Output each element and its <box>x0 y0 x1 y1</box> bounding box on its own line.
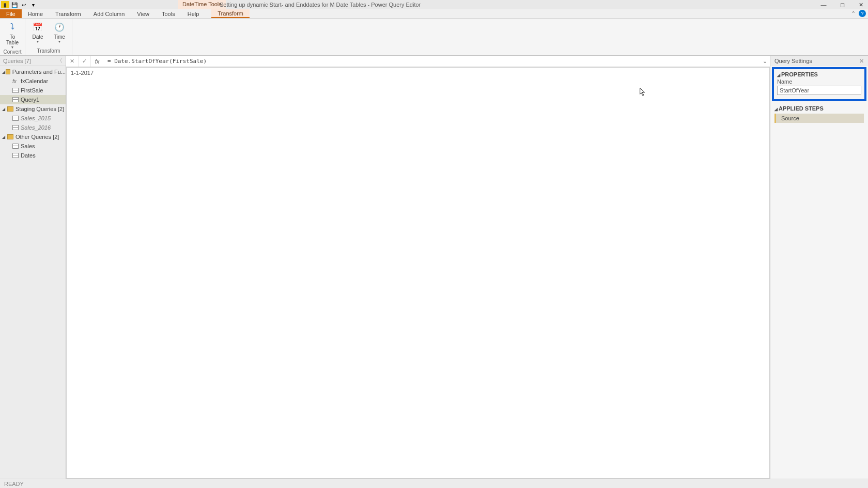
fx-icon: fx <box>12 78 19 84</box>
to-table-icon: ⤵ <box>6 21 19 33</box>
query-settings-header: Query Settings ✕ <box>770 56 868 66</box>
name-label: Name <box>777 78 861 85</box>
tree-item-label: Sales <box>21 143 35 149</box>
group-label-convert: Convert <box>3 49 21 55</box>
applied-steps-header-label: APPLIED STEPS <box>779 105 824 112</box>
table-icon <box>12 88 19 93</box>
minimize-button[interactable]: — <box>817 1 830 8</box>
tree-item-label: Sales_2015 <box>21 115 51 121</box>
close-settings-icon[interactable]: ✕ <box>859 58 864 65</box>
main-area: Queries [7] 〈 ◢Parameters and Fu...fxfxC… <box>0 56 868 479</box>
tree-group-label: Parameters and Fu... <box>12 69 66 75</box>
queries-panel: Queries [7] 〈 ◢Parameters and Fu...fxfxC… <box>0 56 66 479</box>
table-icon <box>12 144 19 149</box>
preview-value: 1-1-2017 <box>71 70 94 76</box>
clock-icon: 🕐 <box>53 21 66 33</box>
date-label: Date <box>32 34 43 40</box>
save-icon[interactable]: 💾 <box>10 1 19 8</box>
fx-icon[interactable]: fx <box>91 58 103 65</box>
center-area: ✕ ✓ fx = Date.StartOfYear(FirstSale) ⌄ 1… <box>66 56 770 479</box>
ribbon: ⤵ To Table ▼ Convert 📅 Date ▼ 🕐 Time ▼ T… <box>0 19 868 56</box>
chevron-down-icon: ▼ <box>58 40 61 43</box>
tree-item[interactable]: Sales <box>0 141 66 151</box>
tree-item[interactable]: Sales_2016 <box>0 123 66 132</box>
tab-home[interactable]: Home <box>22 9 49 18</box>
contextual-tab-label: DateTime Tools <box>178 0 226 9</box>
chevron-down-icon: ▼ <box>36 40 40 43</box>
query-settings-panel: Query Settings ✕ ◢PROPERTIES Name ◢APPLI… <box>770 56 868 479</box>
app-logo-icon: ▮ <box>1 1 9 8</box>
folder-icon <box>7 106 13 112</box>
applied-steps-header[interactable]: ◢APPLIED STEPS <box>774 105 864 112</box>
properties-header-label: PROPERTIES <box>781 71 818 77</box>
formula-bar: ✕ ✓ fx = Date.StartOfYear(FirstSale) ⌄ <box>66 56 770 67</box>
window-title: Setting up dynamic Start- and Enddates f… <box>220 2 421 8</box>
help-icon[interactable]: ? <box>859 10 866 17</box>
folder-icon <box>6 69 10 74</box>
folder-icon <box>7 134 13 139</box>
query-name-input[interactable] <box>777 86 861 95</box>
collapse-queries-icon[interactable]: 〈 <box>57 57 63 65</box>
table-icon <box>12 97 19 102</box>
tree-item-label: Dates <box>21 152 36 159</box>
tree-group[interactable]: ◢Parameters and Fu... <box>0 67 66 76</box>
tree-item-label: Query1 <box>21 97 39 103</box>
tab-context-transform[interactable]: Transform <box>211 9 250 18</box>
tree-item-label: Sales_2016 <box>21 124 51 131</box>
table-icon <box>12 116 19 121</box>
cancel-formula-icon[interactable]: ✕ <box>66 56 79 67</box>
status-text: READY <box>4 481 24 487</box>
titlebar: ▮ 💾 ↩ ▾ DateTime Tools Setting up dynami… <box>0 0 868 9</box>
queries-tree: ◢Parameters and Fu...fxfxCalendarFirstSa… <box>0 66 66 160</box>
properties-highlight: ◢PROPERTIES Name <box>772 67 866 101</box>
to-table-button[interactable]: ⤵ To Table ▼ <box>3 21 22 49</box>
redo-icon[interactable]: ▾ <box>29 1 37 8</box>
time-button[interactable]: 🕐 Time ▼ <box>50 21 69 43</box>
tree-group[interactable]: ◢Other Queries [2] <box>0 132 66 141</box>
tab-tools[interactable]: Tools <box>156 9 181 18</box>
tab-help[interactable]: Help <box>181 9 206 18</box>
quick-access-toolbar: ▮ 💾 ↩ ▾ <box>0 1 37 8</box>
maximize-button[interactable]: ◻ <box>836 1 848 8</box>
tab-view[interactable]: View <box>131 9 156 18</box>
tree-group-label: Staging Queries [2] <box>16 106 64 112</box>
table-icon <box>12 125 19 130</box>
ribbon-tabs: File Home Transform Add Column View Tool… <box>0 9 868 19</box>
tab-transform[interactable]: Transform <box>49 9 87 18</box>
date-button[interactable]: 📅 Date ▼ <box>28 21 47 43</box>
status-bar: READY <box>0 479 868 488</box>
expand-formula-icon[interactable]: ⌄ <box>760 58 770 65</box>
tab-file[interactable]: File <box>0 9 22 18</box>
ribbon-group-convert: ⤵ To Table ▼ Convert <box>0 19 25 55</box>
chevron-down-icon: ▼ <box>11 45 14 49</box>
undo-icon[interactable]: ↩ <box>20 1 28 8</box>
table-icon <box>12 153 19 158</box>
tree-item[interactable]: Dates <box>0 151 66 160</box>
tree-item[interactable]: FirstSale <box>0 86 66 95</box>
formula-input[interactable]: = Date.StartOfYear(FirstSale) <box>103 58 760 65</box>
ribbon-collapse-icon[interactable]: ⌃ <box>851 10 856 17</box>
chevron-down-icon: ◢ <box>2 107 7 112</box>
queries-header: Queries [7] 〈 <box>0 56 66 66</box>
tree-group[interactable]: ◢Staging Queries [2] <box>0 104 66 114</box>
applied-steps-section: ◢APPLIED STEPS Source <box>770 102 868 126</box>
ribbon-group-transform: 📅 Date ▼ 🕐 Time ▼ Transform <box>25 19 72 55</box>
group-label-transform: Transform <box>37 48 60 54</box>
tree-item[interactable]: Query1 <box>0 95 66 104</box>
to-table-label: To Table <box>3 34 22 45</box>
queries-title: Queries [7] <box>3 58 31 64</box>
tree-item-label: FirstSale <box>21 87 43 93</box>
query-settings-title: Query Settings <box>774 58 812 64</box>
close-button[interactable]: ✕ <box>855 1 867 8</box>
chevron-down-icon: ◢ <box>2 135 7 139</box>
properties-header[interactable]: ◢PROPERTIES <box>777 71 861 77</box>
accept-formula-icon[interactable]: ✓ <box>79 56 91 67</box>
tab-add-column[interactable]: Add Column <box>87 9 131 18</box>
tree-item[interactable]: Sales_2015 <box>0 114 66 123</box>
chevron-down-icon: ◢ <box>2 70 6 74</box>
time-label: Time <box>54 34 65 40</box>
tree-item[interactable]: fxfxCalendar <box>0 76 66 86</box>
applied-step[interactable]: Source <box>774 114 864 123</box>
tree-group-label: Other Queries [2] <box>16 134 59 140</box>
calendar-icon: 📅 <box>32 21 44 33</box>
